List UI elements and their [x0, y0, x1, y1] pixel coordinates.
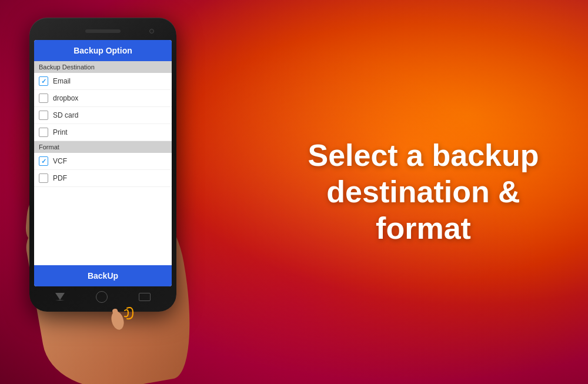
checkbox-sdcard[interactable] [39, 111, 48, 120]
phone-hand-container: Backup Option Backup Destination Email d… [12, 6, 235, 382]
list-item-dropbox[interactable]: dropbox [34, 90, 172, 107]
touch-gesture-icon [106, 300, 138, 332]
tagline-line2: destination & format [326, 175, 520, 245]
app-header: Backup Option [34, 40, 172, 61]
tagline-container: Select a backup destination & format [282, 137, 564, 247]
checkbox-dropbox[interactable] [39, 94, 48, 103]
phone-screen: Backup Option Backup Destination Email d… [34, 40, 172, 286]
tagline-text: Select a backup destination & format [282, 137, 564, 247]
list-item-print[interactable]: Print [34, 124, 172, 141]
tagline-line1: Select a backup [308, 138, 539, 172]
touch-icon [106, 300, 135, 329]
phone-camera [149, 29, 154, 34]
checkbox-email[interactable] [39, 76, 48, 86]
label-print: Print [53, 128, 68, 136]
phone-speaker [85, 29, 121, 33]
format-header: Format [34, 141, 172, 153]
recent-button[interactable] [139, 293, 151, 301]
list-item-vcf[interactable]: VCF [34, 153, 172, 170]
list-item-pdf[interactable]: PDF [34, 170, 172, 187]
checkbox-vcf[interactable] [39, 156, 48, 166]
label-sdcard: SD card [53, 111, 78, 119]
label-email: Email [53, 77, 71, 85]
label-dropbox: dropbox [53, 94, 78, 102]
phone-top-bar [34, 22, 172, 40]
checkbox-pdf[interactable] [39, 173, 48, 183]
checkbox-print[interactable] [39, 128, 48, 137]
phone: Backup Option Backup Destination Email d… [29, 18, 176, 312]
list-item-email[interactable]: Email [34, 73, 172, 90]
backup-button[interactable]: BackUp [34, 265, 172, 286]
phone-bottom-bar [34, 286, 172, 307]
back-button[interactable] [55, 293, 65, 300]
backup-destination-header: Backup Destination [34, 61, 172, 73]
app-header-title: Backup Option [34, 46, 172, 55]
app-content: Backup Destination Email dropbox SD card… [34, 61, 172, 265]
label-pdf: PDF [53, 174, 67, 182]
label-vcf: VCF [53, 157, 67, 165]
list-item-sdcard[interactable]: SD card [34, 107, 172, 124]
